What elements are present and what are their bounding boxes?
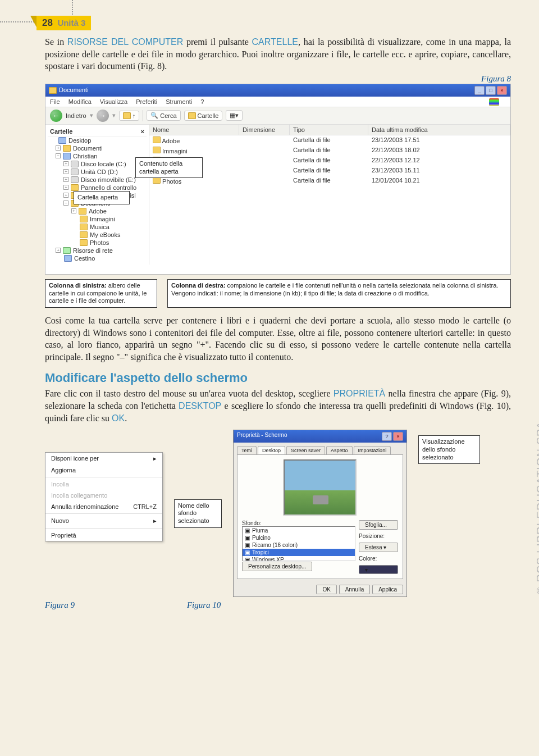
expand-icon[interactable]: − — [56, 153, 61, 158]
tree-item[interactable]: +Unità CD (D:) — [48, 168, 147, 176]
bg-item[interactable]: ▣ Windows XP — [243, 556, 355, 561]
close-button[interactable]: × — [393, 432, 403, 441]
background-list[interactable]: ▣ Piuma▣ Pulcino▣ Ricamo (16 colori)▣ Tr… — [242, 526, 355, 561]
folder-icon — [63, 247, 71, 254]
menu-file[interactable]: File — [50, 98, 60, 105]
col-date[interactable]: Data ultima modifica — [368, 125, 510, 135]
search-button[interactable]: 🔍 Cerca — [147, 110, 180, 121]
col-type[interactable]: Tipo — [290, 125, 368, 135]
file-row[interactable]: My eBooksCartella di file23/12/2003 15.1… — [149, 166, 510, 176]
callout-text: Contenuto della cartella aperta — [139, 160, 182, 175]
folder-icon — [80, 216, 88, 222]
tree-item[interactable]: Photos — [48, 239, 147, 247]
menu-help[interactable]: ? — [200, 98, 204, 105]
figure-9-label: Figura 9 — [45, 600, 75, 610]
tree-item[interactable]: +Disco rimovibile (E:) — [48, 176, 147, 184]
tree-item[interactable]: −Christian — [48, 152, 147, 160]
expand-icon[interactable]: − — [63, 201, 68, 206]
file-row[interactable]: ImmaginiCartella di file22/12/2003 18.02 — [149, 145, 510, 156]
tree-item[interactable]: Desktop — [48, 136, 147, 144]
dialog-titlebar: Proprietà - Schermo ?× — [234, 430, 406, 443]
customize-button[interactable]: Personalizza desktop... — [242, 562, 312, 571]
up-button[interactable]: ↑ — [119, 111, 140, 121]
tree-item[interactable]: +Disco locale (C:) — [48, 160, 147, 168]
minimize-button[interactable]: _ — [474, 86, 485, 95]
tree-item[interactable]: +Risorse di rete — [48, 247, 147, 254]
tree-item[interactable]: Musica — [48, 223, 147, 231]
menu-modifica[interactable]: Modifica — [68, 98, 92, 105]
tree-item[interactable]: Cestino — [48, 254, 147, 262]
ok-button[interactable]: OK — [316, 585, 336, 594]
menu-bar: File Modifica Visualizza Preferiti Strum… — [45, 97, 510, 107]
bg-item[interactable]: ▣ Pulcino — [243, 534, 355, 541]
page-number: 28 — [42, 17, 53, 28]
tree-item[interactable]: +Adobe — [48, 207, 147, 215]
bg-item[interactable]: ▣ Ricamo (16 colori) — [243, 541, 355, 549]
position-label: Posizione: — [359, 533, 398, 539]
menu-proprieta[interactable]: Proprietà — [45, 530, 162, 541]
close-button[interactable]: × — [497, 86, 507, 95]
file-row[interactable]: PhotosCartella di file12/01/2004 10.21 — [149, 176, 510, 186]
expand-icon[interactable]: + — [71, 208, 76, 213]
expand-icon[interactable]: + — [63, 193, 68, 198]
keyword-cartelle: CARTELLE — [252, 37, 298, 47]
tab-aspetto[interactable]: Aspetto — [326, 446, 353, 454]
folders-button[interactable]: Cartelle — [184, 111, 223, 121]
tree-item[interactable]: +Pannello di controllo — [48, 184, 147, 192]
tree-item[interactable]: Immagini — [48, 215, 147, 223]
tree-label: Cestino — [74, 255, 95, 262]
window-title: Documenti — [59, 86, 89, 93]
maximize-button[interactable]: □ — [486, 86, 496, 95]
figure-8-label: Figura 8 — [45, 74, 511, 84]
tab-desktop[interactable]: Desktop — [258, 446, 285, 454]
figure-9-wrap: Disponi icone per▸ Aggiorna Incolla Inco… — [45, 430, 163, 541]
cancel-button[interactable]: Annulla — [339, 585, 370, 594]
expand-icon[interactable]: + — [63, 185, 68, 190]
menu-nuovo[interactable]: Nuovo▸ — [45, 515, 162, 527]
expand-icon[interactable]: + — [63, 161, 68, 166]
file-row[interactable]: MusicaCartella di file22/12/2003 12.12 — [149, 156, 510, 166]
expand-icon[interactable]: + — [63, 169, 68, 174]
paragraph-1: Se in RISORSE DEL COMPUTER premi il puls… — [45, 36, 511, 72]
menu-annulla[interactable]: Annulla ridenominazioneCTRL+Z — [45, 501, 162, 512]
paragraph-2: Così come la tua cartella serve per cont… — [45, 315, 511, 363]
views-button[interactable]: ▦▾ — [226, 110, 243, 121]
tree-item[interactable]: My eBooks — [48, 231, 147, 239]
expand-icon[interactable]: + — [56, 248, 61, 253]
watermark: © RCS LIBRI EDUCATION SPA — [535, 421, 539, 595]
col-size[interactable]: Dimensione — [239, 125, 290, 135]
bg-item[interactable]: ▣ Piuma — [243, 527, 355, 534]
callout-sinistra: Colonna di sinistra: albero delle cartel… — [45, 279, 157, 308]
tab-screensaver[interactable]: Screen saver — [286, 446, 325, 454]
menu-visualizza[interactable]: Visualizza — [100, 98, 127, 105]
desktop-preview — [284, 459, 357, 516]
position-select[interactable]: Estesa ▾ — [359, 543, 398, 552]
tree-item[interactable]: +Documenti — [48, 144, 147, 152]
bg-item[interactable]: ▣ Tropici — [243, 549, 355, 556]
help-button[interactable]: ? — [382, 432, 392, 441]
expand-icon[interactable]: + — [63, 177, 68, 182]
callout-text: Cartella aperta — [77, 194, 118, 201]
callout-aperta: Cartella aperta — [74, 191, 130, 204]
tab-bar: Temi Desktop Screen saver Aspetto Impost… — [234, 443, 406, 454]
sidebar-close-icon[interactable]: × — [141, 128, 144, 135]
color-select[interactable]: ▾ — [359, 565, 398, 574]
menu-disponi[interactable]: Disponi icone per▸ — [45, 453, 162, 464]
tab-impostazioni[interactable]: Impostazioni — [354, 446, 391, 454]
file-row[interactable]: AdobeCartella di file23/12/2003 17.51 — [149, 135, 510, 145]
menu-aggiorna[interactable]: Aggiorna — [45, 464, 162, 476]
tab-temi[interactable]: Temi — [237, 446, 257, 454]
menu-preferiti[interactable]: Preferiti — [136, 98, 157, 105]
col-name[interactable]: Nome — [149, 125, 239, 135]
menu-strumenti[interactable]: Strumenti — [166, 98, 192, 105]
separator — [45, 477, 162, 477]
back-button[interactable]: ← — [50, 110, 62, 122]
expand-icon[interactable]: + — [56, 145, 61, 151]
apply-button[interactable]: Applica — [372, 585, 403, 594]
keyword-risorse: RISORSE DEL COMPUTER — [67, 37, 183, 47]
folder-icon — [71, 176, 79, 183]
tree-label: Unità CD (D:) — [81, 168, 118, 175]
image-icon: ▣ — [245, 535, 250, 541]
forward-button[interactable]: → — [97, 110, 109, 122]
browse-button[interactable]: Sfoglia... — [359, 520, 398, 530]
